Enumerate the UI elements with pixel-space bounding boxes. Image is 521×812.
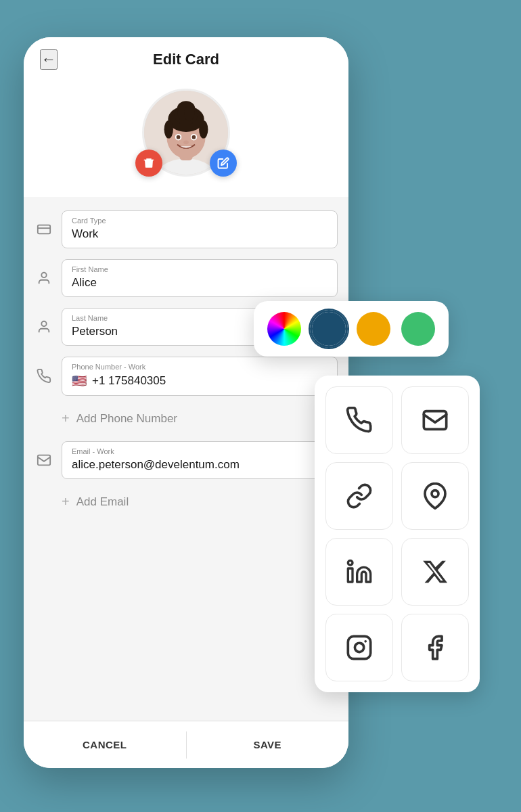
email-icon-button[interactable] bbox=[401, 386, 469, 454]
svg-point-15 bbox=[192, 135, 196, 139]
first-name-row: First Name Alice bbox=[24, 254, 348, 302]
svg-point-24 bbox=[432, 491, 438, 497]
email-field[interactable]: Email - Work alice.peterson@develentum.c… bbox=[62, 441, 338, 479]
edit-avatar-button[interactable] bbox=[210, 150, 237, 177]
email-row: Email - Work alice.peterson@develentum.c… bbox=[24, 436, 348, 484]
avatar-wrapper bbox=[142, 89, 230, 177]
phone-card: ← Edit Card bbox=[24, 37, 348, 768]
svg-rect-25 bbox=[348, 568, 353, 582]
dark-teal-color-swatch[interactable] bbox=[312, 312, 346, 346]
twitter-x-icon-button[interactable] bbox=[401, 538, 469, 606]
icons-popup bbox=[315, 376, 480, 692]
phone-row: Phone Number - Work 🇺🇸 +1 175840305 bbox=[24, 351, 348, 401]
email-icon bbox=[35, 453, 53, 468]
first-name-icon bbox=[35, 271, 53, 286]
green-color-swatch[interactable] bbox=[401, 312, 435, 346]
add-phone-label: Add Phone Number bbox=[76, 412, 177, 426]
linkedin-icon-button[interactable] bbox=[325, 538, 393, 606]
phone-value-wrapper: 🇺🇸 +1 175840305 bbox=[72, 374, 327, 388]
phone-label: Phone Number - Work bbox=[72, 363, 327, 371]
email-value: alice.peterson@develentum.com bbox=[72, 458, 327, 472]
last-name-icon bbox=[35, 319, 53, 334]
card-type-field[interactable]: Card Type Work bbox=[62, 210, 338, 248]
phone-field[interactable]: Phone Number - Work 🇺🇸 +1 175840305 bbox=[62, 357, 338, 396]
svg-rect-22 bbox=[38, 455, 50, 466]
footer: CANCEL SAVE bbox=[24, 721, 348, 768]
svg-point-11 bbox=[199, 120, 208, 139]
first-name-field[interactable]: First Name Alice bbox=[62, 259, 338, 297]
add-phone-row[interactable]: + Add Phone Number bbox=[24, 401, 348, 436]
svg-rect-27 bbox=[348, 636, 370, 658]
color-picker-popup bbox=[254, 301, 449, 357]
add-phone-plus-icon: + bbox=[62, 411, 70, 426]
phone-icon-button[interactable] bbox=[325, 386, 393, 454]
svg-point-20 bbox=[41, 273, 46, 277]
delete-avatar-button[interactable] bbox=[135, 150, 162, 177]
svg-point-21 bbox=[41, 321, 46, 326]
phone-flag: 🇺🇸 bbox=[72, 374, 87, 388]
card-type-label: Card Type bbox=[72, 217, 327, 225]
card-type-row: Card Type Work bbox=[24, 205, 348, 254]
orange-color-swatch[interactable] bbox=[357, 312, 390, 346]
phone-icon bbox=[35, 369, 53, 384]
svg-rect-23 bbox=[424, 411, 446, 430]
add-email-row[interactable]: + Add Email bbox=[24, 484, 348, 519]
cancel-button[interactable]: CANCEL bbox=[24, 721, 186, 768]
add-email-label: Add Email bbox=[76, 495, 129, 509]
svg-rect-18 bbox=[38, 225, 50, 234]
svg-point-26 bbox=[348, 560, 353, 565]
save-button[interactable]: SAVE bbox=[187, 721, 349, 768]
card-type-value: Work bbox=[72, 227, 327, 241]
svg-point-10 bbox=[164, 120, 173, 139]
rainbow-color-swatch[interactable] bbox=[267, 312, 301, 346]
header: ← Edit Card bbox=[24, 37, 348, 75]
card-type-icon bbox=[35, 222, 53, 237]
instagram-icon-button[interactable] bbox=[325, 614, 393, 681]
svg-point-14 bbox=[177, 135, 181, 139]
email-label: Email - Work bbox=[72, 447, 327, 455]
link-icon-button[interactable] bbox=[325, 462, 393, 530]
facebook-icon-button[interactable] bbox=[401, 614, 469, 681]
avatar-section bbox=[24, 75, 348, 197]
svg-point-16 bbox=[183, 140, 189, 144]
form-scroll: Card Type Work First Name Alice bbox=[24, 197, 348, 721]
svg-point-9 bbox=[184, 106, 194, 121]
add-email-plus-icon: + bbox=[62, 494, 70, 510]
phone-value: +1 175840305 bbox=[92, 374, 166, 388]
first-name-label: First Name bbox=[72, 265, 327, 273]
page-title: Edit Card bbox=[153, 51, 219, 68]
location-icon-button[interactable] bbox=[401, 462, 469, 530]
back-button[interactable]: ← bbox=[40, 49, 58, 70]
first-name-value: Alice bbox=[72, 276, 327, 290]
